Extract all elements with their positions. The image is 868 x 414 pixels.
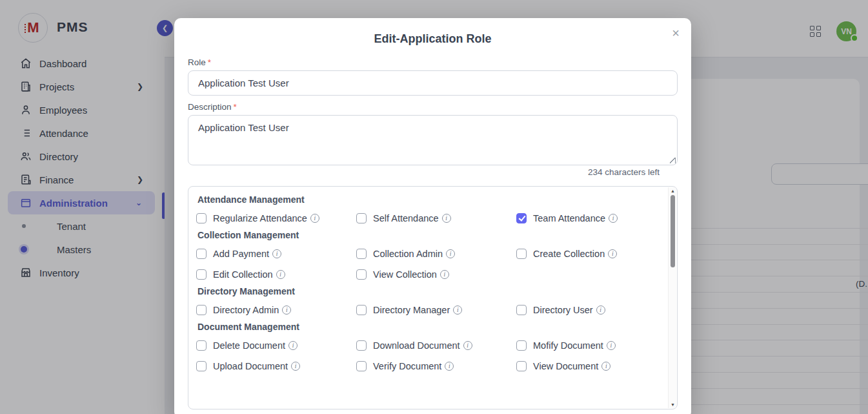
role-input[interactable] — [188, 70, 678, 96]
scrollbar-thumb[interactable] — [671, 195, 675, 267]
edit-application-role-modal: Edit-Application Role × Role* Descriptio… — [174, 18, 691, 414]
permission-item: View Documenti — [516, 360, 658, 371]
checkbox[interactable] — [516, 305, 527, 315]
checkbox[interactable] — [356, 361, 367, 371]
permission-group-title: Directory Management — [197, 286, 660, 296]
checkbox[interactable] — [516, 340, 527, 351]
permission-label: Collection Admin — [373, 249, 443, 259]
permission-item: Delete Documenti — [196, 340, 356, 351]
permission-item: Self Attendancei — [356, 212, 516, 223]
permission-label: Team Attendance — [533, 213, 605, 223]
info-icon[interactable]: i — [272, 249, 281, 258]
permission-label: Add Payment — [213, 249, 269, 259]
info-icon[interactable]: i — [463, 341, 472, 350]
checkbox[interactable] — [196, 249, 207, 259]
permission-item: Directory Useri — [516, 304, 658, 315]
permissions-scrollbar[interactable]: ▲ ▼ — [668, 187, 676, 408]
role-label: Role* — [188, 57, 211, 67]
info-icon[interactable]: i — [291, 362, 300, 371]
checkbox[interactable] — [196, 269, 207, 280]
permission-item: Verify Documenti — [356, 360, 516, 371]
permission-label: View Document — [533, 361, 598, 371]
info-icon[interactable]: i — [282, 305, 291, 315]
permissions-panel: Attendance ManagementRegularize Attendan… — [188, 186, 678, 409]
permission-label: Edit Collection — [213, 269, 273, 280]
permission-group: Directory ManagementDirectory AdminiDire… — [196, 286, 660, 315]
permission-label: Directory Admin — [213, 305, 279, 315]
permission-label: Directory User — [533, 305, 593, 315]
permission-label: Upload Document — [213, 361, 288, 371]
permission-group: Document ManagementDelete DocumentiDownl… — [196, 322, 660, 371]
required-asterisk: * — [234, 102, 237, 112]
permission-label: Regularize Attendance — [213, 213, 307, 223]
scroll-up-icon[interactable]: ▲ — [669, 189, 677, 193]
permission-label: Self Attendance — [373, 213, 439, 223]
permission-item: Mofify Documenti — [516, 340, 658, 351]
modal-title: Edit-Application Role — [174, 32, 691, 46]
permission-item: Add Paymenti — [196, 248, 356, 259]
info-icon[interactable]: i — [608, 249, 617, 258]
permission-item: Team Attendancei — [516, 212, 658, 223]
permission-item: Directory Admini — [196, 304, 356, 315]
info-icon[interactable]: i — [276, 270, 285, 279]
characters-left-counter: 234 characters left — [588, 167, 660, 177]
description-label: Description* — [188, 102, 237, 112]
info-icon[interactable]: i — [453, 305, 462, 315]
checkbox-checked[interactable] — [516, 213, 527, 223]
checkbox[interactable] — [196, 361, 207, 371]
info-icon[interactable]: i — [607, 341, 616, 350]
checkbox[interactable] — [516, 361, 527, 371]
permission-group: Attendance ManagementRegularize Attendan… — [196, 194, 660, 223]
required-asterisk: * — [208, 57, 211, 67]
permission-label: Delete Document — [213, 340, 285, 351]
info-icon[interactable]: i — [601, 362, 611, 371]
checkbox[interactable] — [356, 305, 367, 315]
permission-item: Upload Documenti — [196, 360, 356, 371]
info-icon[interactable]: i — [445, 362, 454, 371]
info-icon[interactable]: i — [288, 341, 298, 350]
checkbox[interactable] — [356, 269, 367, 280]
permission-group: Collection ManagementAdd PaymentiCollect… — [196, 230, 660, 280]
checkbox[interactable] — [196, 213, 207, 223]
info-icon[interactable]: i — [609, 214, 618, 223]
checkbox[interactable] — [356, 249, 367, 259]
permission-item: Edit Collectioni — [196, 269, 356, 280]
permission-label: Download Document — [373, 340, 460, 351]
permission-label: Verify Document — [373, 361, 441, 371]
checkbox[interactable] — [356, 340, 367, 351]
permission-label: Mofify Document — [533, 340, 603, 351]
permission-item: View Collectioni — [356, 269, 516, 280]
checkbox[interactable] — [356, 213, 367, 223]
close-icon[interactable]: × — [669, 23, 682, 43]
permission-item: Download Documenti — [356, 340, 516, 351]
permission-label: Create Collection — [533, 249, 605, 259]
permission-item: Regularize Attendancei — [196, 212, 356, 223]
info-icon[interactable]: i — [310, 214, 319, 223]
info-icon[interactable]: i — [596, 305, 605, 315]
permission-label: Directory Manager — [373, 305, 450, 315]
scroll-down-icon[interactable]: ▼ — [669, 402, 677, 407]
info-icon[interactable]: i — [442, 214, 451, 223]
permission-item: Directory Manageri — [356, 304, 516, 315]
checkbox[interactable] — [196, 305, 207, 315]
permissions-list: Attendance ManagementRegularize Attendan… — [196, 191, 660, 378]
info-icon[interactable]: i — [446, 249, 455, 258]
permission-group-title: Document Management — [197, 322, 660, 332]
permission-group-title: Attendance Management — [197, 194, 660, 205]
permission-item: Create Collectioni — [516, 248, 658, 259]
permission-group-title: Collection Management — [197, 230, 660, 240]
description-textarea[interactable]: Application Test User — [188, 115, 678, 165]
info-icon[interactable]: i — [440, 270, 449, 279]
checkbox[interactable] — [196, 340, 207, 351]
checkbox[interactable] — [516, 249, 527, 259]
permission-label: View Collection — [373, 269, 437, 280]
permission-item: Collection Admini — [356, 248, 516, 259]
